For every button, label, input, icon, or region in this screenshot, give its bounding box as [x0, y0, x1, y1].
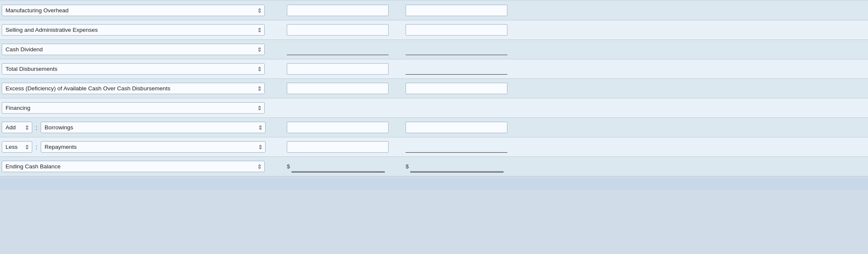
col2-repayments — [282, 141, 400, 153]
col3-excess-deficiency — [400, 83, 519, 94]
ending-cash-balance-col3-input[interactable] — [410, 161, 504, 173]
col2-excess-deficiency — [282, 83, 400, 94]
ending-cash-balance-col2-input[interactable] — [291, 161, 385, 173]
select-wrapper-selling: Selling and Administrative Expenses ⇕ — [2, 24, 265, 36]
select-wrapper-less-prefix: Less Add ⇕ — [2, 141, 32, 153]
dollar-wrapper-col3: $ — [406, 161, 519, 173]
total-disbursements-col2-input[interactable] — [287, 63, 389, 75]
col1-less-repayments: Less Add ⇕ : Repayments ⇕ — [2, 141, 282, 153]
row-selling-admin: Selling and Administrative Expenses ⇕ — [0, 20, 868, 40]
col3-repayments — [400, 142, 519, 153]
borrowings-col3-input[interactable] — [406, 122, 507, 133]
cash-dividend-col2-input[interactable] — [287, 44, 389, 55]
col3-borrowings — [400, 122, 519, 133]
col3-manufacturing — [400, 5, 519, 16]
excess-deficiency-col2-input[interactable] — [287, 83, 389, 94]
repayments-select[interactable]: Repayments — [41, 141, 266, 153]
borrowings-col2-input[interactable] — [287, 122, 389, 133]
select-wrapper-cash-dividend: Cash Dividend ⇕ — [2, 44, 265, 55]
col3-ending-cash-balance: $ — [400, 161, 519, 173]
select-wrapper-add-prefix: Add Less ⇕ — [2, 122, 32, 133]
bottom-bar — [0, 178, 868, 190]
dollar-wrapper-col2: $ — [287, 161, 400, 173]
col3-cash-dividend — [400, 44, 519, 55]
borrowings-select[interactable]: Borrowings — [41, 122, 266, 133]
col1-add-borrowings: Add Less ⇕ : Borrowings ⇕ — [2, 122, 282, 133]
col2-cash-dividend — [282, 44, 400, 55]
excess-deficiency-select[interactable]: Excess (Deficiency) of Available Cash Ov… — [2, 83, 265, 94]
select-wrapper-financing: Financing ⇕ — [2, 102, 265, 114]
col1-selling: Selling and Administrative Expenses ⇕ — [2, 24, 282, 36]
col2-manufacturing — [282, 5, 400, 16]
total-disbursements-col3-input[interactable] — [406, 64, 507, 75]
repayments-col3-input[interactable] — [406, 142, 507, 153]
col1-financing: Financing ⇕ — [2, 102, 282, 114]
col2-ending-cash-balance: $ — [282, 161, 400, 173]
selling-col2-input[interactable] — [287, 24, 389, 36]
col1-excess-deficiency: Excess (Deficiency) of Available Cash Ov… — [2, 83, 282, 94]
selling-col3-input[interactable] — [406, 24, 507, 36]
select-wrapper-manufacturing: Manufacturing Overhead ⇕ — [2, 5, 265, 16]
row-ending-cash-balance: Ending Cash Balance ⇕ $ $ — [0, 157, 868, 176]
row-cash-dividend: Cash Dividend ⇕ — [0, 40, 868, 59]
main-container: Manufacturing Overhead ⇕ Selling and Adm… — [0, 0, 868, 193]
cash-dividend-col3-input[interactable] — [406, 44, 507, 55]
manufacturing-col3-input[interactable] — [406, 5, 507, 16]
selling-admin-select[interactable]: Selling and Administrative Expenses — [2, 24, 265, 36]
total-disbursements-select[interactable]: Total Disbursements — [2, 63, 265, 75]
dollar-sign-col3: $ — [406, 163, 409, 170]
col1-manufacturing: Manufacturing Overhead ⇕ — [2, 5, 282, 16]
col2-borrowings — [282, 122, 400, 133]
less-prefix-select[interactable]: Less Add — [2, 141, 32, 153]
select-wrapper-total-disbursements: Total Disbursements ⇕ — [2, 63, 265, 75]
row-add-borrowings: Add Less ⇕ : Borrowings ⇕ — [0, 118, 868, 137]
row-financing: Financing ⇕ — [0, 98, 868, 118]
col3-selling — [400, 24, 519, 36]
select-wrapper-borrowings: Borrowings ⇕ — [41, 122, 266, 133]
col1-total-disbursements: Total Disbursements ⇕ — [2, 63, 282, 75]
select-wrapper-repayments: Repayments ⇕ — [41, 141, 266, 153]
col2-selling — [282, 24, 400, 36]
row-total-disbursements: Total Disbursements ⇕ — [0, 59, 868, 79]
col2-total-disbursements — [282, 63, 400, 75]
manufacturing-col2-input[interactable] — [287, 5, 389, 16]
select-wrapper-ending-cash-balance: Ending Cash Balance ⇕ — [2, 161, 265, 172]
financing-select[interactable]: Financing — [2, 102, 265, 114]
col1-ending-cash-balance: Ending Cash Balance ⇕ — [2, 161, 282, 172]
select-wrapper-excess-deficiency: Excess (Deficiency) of Available Cash Ov… — [2, 83, 265, 94]
row-less-repayments: Less Add ⇕ : Repayments ⇕ — [0, 137, 868, 157]
manufacturing-overhead-select[interactable]: Manufacturing Overhead — [2, 5, 265, 16]
dollar-sign-col2: $ — [287, 163, 290, 170]
col3-total-disbursements — [400, 64, 519, 75]
repayments-col2-input[interactable] — [287, 141, 389, 153]
cash-dividend-select[interactable]: Cash Dividend — [2, 44, 265, 55]
row-excess-deficiency: Excess (Deficiency) of Available Cash Ov… — [0, 79, 868, 98]
col1-cash-dividend: Cash Dividend ⇕ — [2, 44, 282, 55]
row-manufacturing-overhead: Manufacturing Overhead ⇕ — [0, 1, 868, 20]
excess-deficiency-col3-input[interactable] — [406, 83, 507, 94]
add-prefix-select[interactable]: Add Less — [2, 122, 32, 133]
colon-separator: : — [36, 124, 37, 131]
colon-separator: : — [36, 144, 37, 151]
ending-cash-balance-select[interactable]: Ending Cash Balance — [2, 161, 265, 172]
